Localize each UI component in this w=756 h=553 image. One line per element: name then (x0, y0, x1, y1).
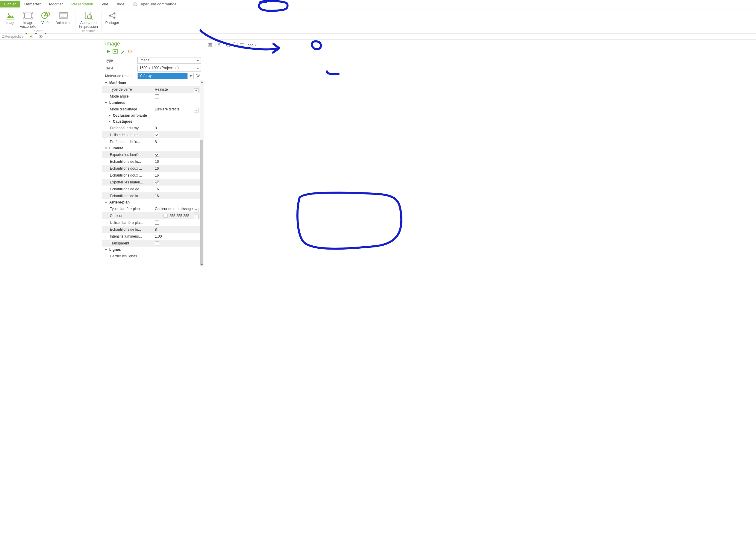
ribbon-partager-button[interactable]: Partager (103, 10, 122, 29)
perspective-dropdown3-icon[interactable] (45, 34, 47, 38)
chevron-down-icon[interactable] (194, 108, 199, 113)
svg-rect-0 (6, 12, 15, 19)
chevron-down-icon[interactable] (194, 88, 199, 93)
taille-label: Taille (105, 66, 137, 70)
mode-eclairage-value[interactable]: Lumière directe (153, 107, 180, 111)
type-value: Image (138, 58, 195, 64)
logo-toggle[interactable]: Logo (240, 43, 257, 47)
moteur-combo[interactable]: Yafaray (137, 73, 194, 79)
exporter-mat-checkbox[interactable] (155, 180, 159, 184)
svg-text:1 2: 1 2 (61, 14, 65, 17)
mode-argile-checkbox[interactable] (155, 94, 159, 98)
perspective-dropdown2-icon[interactable] (35, 34, 37, 38)
group-arriere-plan[interactable]: Arrière-plan (102, 199, 200, 205)
type-arriere-value[interactable]: Couleur de remplissage (153, 207, 193, 211)
properties-scrollbar[interactable] (200, 80, 204, 267)
export-icon[interactable] (215, 43, 220, 48)
menu-vue[interactable]: Vue (97, 1, 113, 7)
ech-doux2-value[interactable]: 16 (153, 173, 159, 177)
group-materiaux[interactable]: Matériaux (102, 80, 200, 86)
render-region-button[interactable] (112, 48, 119, 55)
command-placeholder: Taper une commande (139, 2, 177, 6)
image-icon (6, 11, 15, 20)
main-area: Image Type Image (0, 40, 756, 267)
arriere-ech-value[interactable]: 8 (153, 227, 157, 232)
scroll-thumb[interactable] (200, 140, 203, 265)
ribbon-animation-button[interactable]: 1 2 Animation (53, 10, 74, 29)
group-lumieres[interactable]: Lumières (102, 100, 200, 106)
row-ech-ge: Échantillons de gé... 16 (102, 185, 200, 192)
menu-fichier[interactable]: Fichier (0, 1, 20, 7)
chevron-down-icon (255, 45, 257, 46)
ech-ge-value[interactable]: 16 (153, 187, 159, 191)
render-play-button[interactable] (105, 48, 112, 55)
perspective-label[interactable]: 2.Perspective (2, 34, 24, 38)
vector-image-icon (23, 11, 33, 20)
row-utiliser-ombres: Utiliser les ombres ... (102, 131, 200, 138)
type-combo[interactable]: Image (137, 57, 201, 64)
svg-line-18 (91, 18, 92, 20)
utiliser-ombres-checkbox[interactable] (155, 133, 159, 137)
group-lignes[interactable]: Lignes (102, 247, 200, 252)
scroll-up-button[interactable] (200, 80, 204, 84)
command-box[interactable]: Taper une commande (133, 2, 177, 6)
svg-marker-26 (107, 50, 110, 53)
zoom-icon[interactable] (225, 43, 231, 48)
ribbon-image-button[interactable]: Image (3, 10, 18, 29)
moteur-settings-button[interactable] (195, 73, 201, 79)
row-mode-argile: Mode argile (102, 93, 200, 100)
ribbon: Image Image vectorielle Vidéo 1 2 Animat… (0, 8, 756, 34)
prof-ombre-value[interactable]: 8 (153, 140, 157, 144)
row-type-verre: Type de verre Réaliste (102, 86, 200, 93)
ellipsis-button[interactable]: ··· (194, 215, 199, 219)
scroll-down-button[interactable] (200, 263, 204, 267)
perspective-view-icon[interactable] (29, 34, 33, 38)
perspective-dropdown-icon[interactable] (25, 34, 27, 38)
exporter-lum-checkbox[interactable] (155, 153, 159, 157)
ribbon-apercu-impression-label: Aperçu de l'impression (79, 20, 98, 29)
menu-aide[interactable]: Aide (113, 1, 129, 7)
ribbon-video-button[interactable]: Vidéo (39, 10, 53, 29)
ech-doux1-value[interactable]: 16 (153, 166, 159, 171)
chevron-down-icon[interactable] (194, 208, 199, 213)
ech-lu2-value[interactable]: 16 (153, 194, 159, 198)
ribbon-group-partager-label (112, 29, 113, 33)
ribbon-apercu-impression-button[interactable]: Aperçu de l'impression (77, 10, 100, 29)
taille-combo[interactable]: 1600 x 1200 (Projection) (137, 65, 201, 72)
menu-modifier[interactable]: Modifier (45, 1, 67, 7)
transparent-checkbox[interactable] (155, 241, 159, 245)
garder-lignes-checkbox[interactable] (155, 254, 159, 258)
ribbon-image-vectorielle-label: Image vectorielle (20, 20, 36, 29)
group-caustiques[interactable]: Caustiques (102, 118, 200, 125)
couleur-value[interactable]: 255 255 255 (169, 214, 190, 218)
render-refresh-button[interactable] (127, 48, 133, 55)
prof-rayon-value[interactable]: 8 (153, 126, 157, 130)
svg-point-11 (47, 13, 48, 15)
ribbon-image-vectorielle-button[interactable]: Image vectorielle (18, 10, 39, 29)
ech-lum-value[interactable]: 16 (153, 159, 159, 164)
group-lumiere-label: Lumière (109, 146, 123, 150)
group-lumiere[interactable]: Lumière (102, 145, 200, 151)
menu-demarrer[interactable]: Démarrer (20, 1, 45, 7)
svg-line-23 (111, 16, 114, 17)
intensite-value[interactable]: 1.00 (153, 234, 162, 238)
group-occlusion-label: Occlusion ambiante (113, 113, 147, 117)
intensite-label: Intensité lumineus... (102, 234, 153, 238)
perspective-eye-icon[interactable] (39, 34, 43, 38)
chevron-down-icon (195, 58, 201, 64)
utiliser-arriere-checkbox[interactable] (155, 221, 159, 225)
panel-toolbar (102, 48, 204, 57)
group-caustiques-label: Caustiques (113, 120, 132, 124)
menu-presentation[interactable]: Présentation (67, 1, 97, 7)
svg-point-10 (44, 15, 46, 16)
type-verre-value[interactable]: Réaliste (153, 87, 168, 92)
row-couleur: Couleur 255 255 255··· (102, 212, 200, 219)
panel-title: Image (102, 40, 204, 48)
menubar: Fichier Démarrer Modifier Présentation V… (0, 0, 756, 8)
save-icon[interactable] (207, 43, 213, 48)
group-occlusion[interactable]: Occlusion ambiante (102, 112, 200, 118)
render-edit-button[interactable] (120, 48, 126, 55)
type-arriere-label: Type d'arrière-plan (102, 207, 153, 211)
zoom-dropdown-icon[interactable] (233, 43, 235, 48)
logo-label: Logo (246, 43, 254, 47)
